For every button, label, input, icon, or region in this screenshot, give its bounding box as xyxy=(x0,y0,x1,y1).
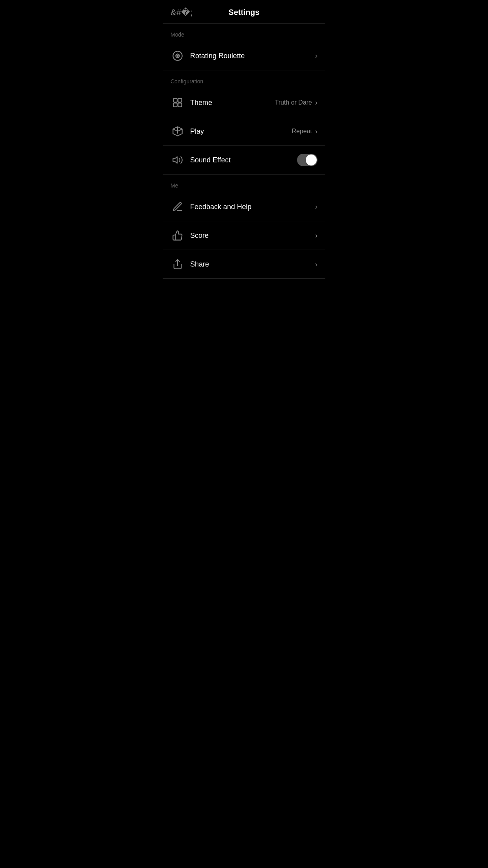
thumbsup-icon xyxy=(171,228,185,243)
sound-effect-item[interactable]: Sound Effect xyxy=(163,146,325,175)
target-icon xyxy=(171,49,185,63)
rotating-roulette-item[interactable]: Rotating Roulette › xyxy=(163,42,325,70)
theme-value: Truth or Dare xyxy=(275,99,312,106)
back-icon: &#�; xyxy=(171,7,193,18)
chevron-right-icon: › xyxy=(315,203,317,211)
play-item[interactable]: Play Repeat › xyxy=(163,117,325,146)
chevron-right-icon: › xyxy=(315,127,317,136)
mode-section: Mode Rotating Roulette › xyxy=(163,24,325,70)
back-button[interactable]: &#�; xyxy=(169,6,194,19)
score-label: Score xyxy=(190,232,315,240)
svg-rect-5 xyxy=(174,103,177,107)
svg-rect-3 xyxy=(174,99,177,102)
configuration-section-label: Configuration xyxy=(163,70,325,88)
svg-rect-4 xyxy=(178,99,182,102)
svg-marker-7 xyxy=(173,157,177,163)
sound-effect-label: Sound Effect xyxy=(190,156,297,164)
feedback-item[interactable]: Feedback and Help › xyxy=(163,193,325,221)
chevron-right-icon: › xyxy=(315,232,317,240)
cube-icon xyxy=(171,124,185,138)
toggle-knob xyxy=(306,154,317,166)
feedback-label: Feedback and Help xyxy=(190,203,315,211)
settings-screen: &#�; Settings Mode Rotating Roulette › C… xyxy=(163,0,325,279)
page-title: Settings xyxy=(229,8,260,17)
svg-point-2 xyxy=(177,55,178,57)
header: &#�; Settings xyxy=(163,0,325,24)
chevron-right-icon: › xyxy=(315,260,317,268)
share-item[interactable]: Share › xyxy=(163,250,325,279)
chevron-right-icon: › xyxy=(315,99,317,107)
toggle-track[interactable] xyxy=(297,154,317,166)
play-label: Play xyxy=(190,127,292,136)
volume-icon xyxy=(171,153,185,167)
share-label: Share xyxy=(190,260,315,268)
play-value: Repeat xyxy=(292,128,312,135)
theme-item[interactable]: Theme Truth or Dare › xyxy=(163,88,325,117)
configuration-section: Configuration Theme Truth or Dare › xyxy=(163,70,325,175)
sound-effect-toggle[interactable] xyxy=(297,154,317,166)
score-item[interactable]: Score › xyxy=(163,221,325,250)
me-section: Me Feedback and Help › Score › xyxy=(163,175,325,279)
rotating-roulette-label: Rotating Roulette xyxy=(190,52,315,60)
chevron-right-icon: › xyxy=(315,52,317,60)
mode-section-label: Mode xyxy=(163,24,325,42)
svg-rect-6 xyxy=(178,103,182,107)
share-icon xyxy=(171,257,185,271)
edit-icon xyxy=(171,200,185,214)
theme-label: Theme xyxy=(190,99,275,107)
me-section-label: Me xyxy=(163,175,325,193)
grid-icon xyxy=(171,96,185,110)
